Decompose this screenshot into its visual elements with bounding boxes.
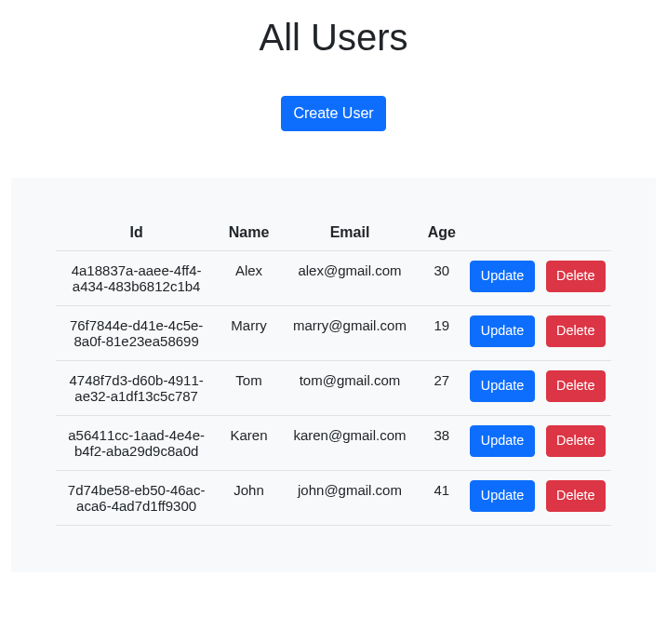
header-delete xyxy=(540,215,611,251)
cell-id: a56411cc-1aad-4e4e-b4f2-aba29d9c8a0d xyxy=(56,416,217,471)
delete-button[interactable]: Delete xyxy=(546,480,606,512)
cell-email: marry@gmail.com xyxy=(281,306,419,361)
header-update xyxy=(464,215,540,251)
update-button[interactable]: Update xyxy=(470,261,534,292)
table-row: 7d74be58-eb50-46ac-aca6-4ad7d1ff9300John… xyxy=(56,471,611,526)
cell-id: 7d74be58-eb50-46ac-aca6-4ad7d1ff9300 xyxy=(56,471,217,526)
update-button[interactable]: Update xyxy=(470,315,534,347)
cell-age: 41 xyxy=(419,471,464,526)
cell-update: Update xyxy=(464,471,540,526)
header-id: Id xyxy=(56,215,217,251)
cell-age: 19 xyxy=(419,306,464,361)
delete-button[interactable]: Delete xyxy=(546,425,606,457)
cell-age: 38 xyxy=(419,416,464,471)
cell-age: 27 xyxy=(419,361,464,416)
users-card: Id Name Email Age 4a18837a-aaee-4ff4-a43… xyxy=(11,178,656,572)
header-age: Age xyxy=(419,215,464,251)
cell-id: 76f7844e-d41e-4c5e-8a0f-81e23ea58699 xyxy=(56,306,217,361)
delete-button[interactable]: Delete xyxy=(546,370,606,402)
cell-name: Marry xyxy=(217,306,281,361)
page-title: All Users xyxy=(0,17,667,59)
cell-id: 4a18837a-aaee-4ff4-a434-483b6812c1b4 xyxy=(56,251,217,306)
users-table: Id Name Email Age 4a18837a-aaee-4ff4-a43… xyxy=(56,215,611,526)
header-email: Email xyxy=(281,215,419,251)
cell-delete: Delete xyxy=(540,416,611,471)
delete-button[interactable]: Delete xyxy=(546,315,606,347)
table-row: 76f7844e-d41e-4c5e-8a0f-81e23ea58699Marr… xyxy=(56,306,611,361)
cell-id: 4748f7d3-d60b-4911-ae32-a1df13c5c787 xyxy=(56,361,217,416)
cell-delete: Delete xyxy=(540,251,611,306)
cell-email: alex@gmail.com xyxy=(281,251,419,306)
cell-age: 30 xyxy=(419,251,464,306)
header-name: Name xyxy=(217,215,281,251)
cell-name: Alex xyxy=(217,251,281,306)
cell-email: karen@gmail.com xyxy=(281,416,419,471)
delete-button[interactable]: Delete xyxy=(546,261,606,292)
update-button[interactable]: Update xyxy=(470,480,534,512)
cell-update: Update xyxy=(464,306,540,361)
cell-email: john@gmail.com xyxy=(281,471,419,526)
table-row: a56411cc-1aad-4e4e-b4f2-aba29d9c8a0dKare… xyxy=(56,416,611,471)
create-user-button[interactable]: Create User xyxy=(281,96,385,131)
update-button[interactable]: Update xyxy=(470,425,534,457)
cell-delete: Delete xyxy=(540,361,611,416)
cell-update: Update xyxy=(464,251,540,306)
cell-name: Karen xyxy=(217,416,281,471)
cell-delete: Delete xyxy=(540,306,611,361)
cell-name: Tom xyxy=(217,361,281,416)
cell-update: Update xyxy=(464,416,540,471)
table-row: 4a18837a-aaee-4ff4-a434-483b6812c1b4Alex… xyxy=(56,251,611,306)
cell-email: tom@gmail.com xyxy=(281,361,419,416)
cell-delete: Delete xyxy=(540,471,611,526)
update-button[interactable]: Update xyxy=(470,370,534,402)
table-row: 4748f7d3-d60b-4911-ae32-a1df13c5c787Tomt… xyxy=(56,361,611,416)
cell-name: John xyxy=(217,471,281,526)
cell-update: Update xyxy=(464,361,540,416)
